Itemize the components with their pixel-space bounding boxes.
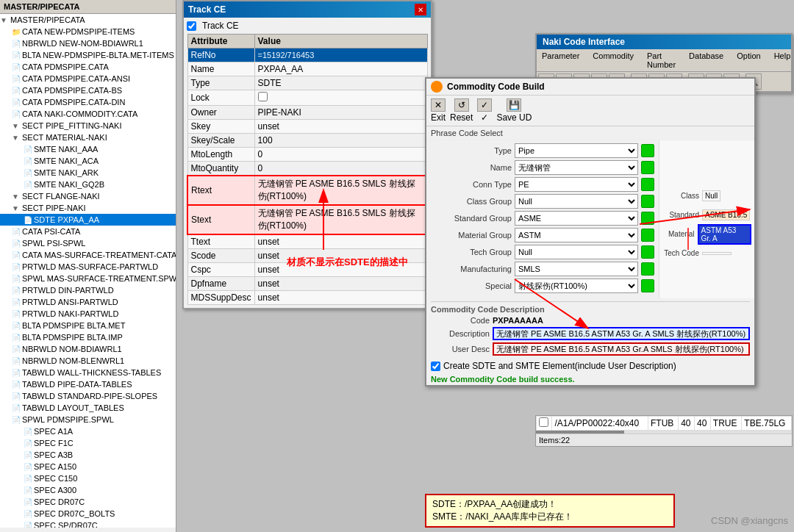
tree-item[interactable]: 📄 TABWLD LAYOUT_TABLES — [0, 402, 176, 414]
commodity-titlebar: Commodity Code Build — [426, 79, 754, 96]
materialgroup-btn[interactable] — [641, 229, 654, 242]
tree-item[interactable]: 📄 CATA PDMSPIPE.CATA-ANSI — [0, 73, 176, 85]
tree-item[interactable]: 📄 BLTA NEW-PDMSPIPE-BLTA.MET-ITEMS — [0, 49, 176, 61]
standard-right-value: ASME B16.5 — [702, 209, 750, 220]
tree-item[interactable]: 📄 SMTE NAKI_ACA — [0, 155, 176, 167]
tree-item[interactable]: 📄 SPEC DR07C — [0, 496, 176, 508]
tree-item[interactable]: 📄 SMTE NAKI_ARK — [0, 167, 176, 179]
type-btn[interactable] — [641, 144, 654, 157]
conntype-select[interactable]: PE — [515, 177, 638, 192]
tree-item[interactable]: 📄 PRTWLD MAS-SURFACE-PARTWLD — [0, 261, 176, 273]
special-btn[interactable] — [641, 279, 654, 292]
material-right-label: Material — [662, 230, 695, 238]
tree-item[interactable]: 📄 CATA PDMSPIPE.CATA-DIN — [0, 96, 176, 108]
exit-button[interactable]: ✕ Exit — [431, 98, 446, 123]
name-btn[interactable] — [641, 161, 654, 174]
track-attr-cell: Type — [187, 76, 254, 90]
row-checkbox[interactable] — [539, 417, 548, 427]
tree-item[interactable]: 📄 SPEC A300 — [0, 484, 176, 496]
description-input[interactable] — [493, 327, 750, 340]
tree-icon: 📄 — [12, 275, 22, 283]
tree-item[interactable]: 📄 SMTE NAKI_AAA — [0, 143, 176, 155]
check-button[interactable]: ✓ ✓ — [477, 98, 492, 123]
tree-icon: 📄 — [24, 522, 34, 528]
tree-item[interactable]: 📄 SMTE NAKI_GQ2B — [0, 179, 176, 190]
track-col-attr: Attribute — [187, 35, 254, 48]
track-lock-checkbox[interactable] — [258, 92, 268, 101]
tree-item[interactable]: 📄 TABWLD STANDARD-PIPE-SLOPES — [0, 390, 176, 402]
tree-item[interactable]: 📄 NBRWLD NOM-BLENWRL1 — [0, 355, 176, 367]
special-select[interactable]: 射线探伤(RT100%) — [515, 278, 638, 293]
tree-item[interactable]: 📄 SPEC DR07C_BOLTS — [0, 508, 176, 520]
tree-item[interactable]: ▼ SECT PIPE-NAKI — [0, 202, 176, 214]
tree-item[interactable]: 📄 SPEC F1C — [0, 437, 176, 449]
classgroup-row: Class Group Null — [431, 194, 654, 209]
manufacturing-select[interactable]: SMLS — [515, 262, 638, 276]
tree-item[interactable]: 📄 SPWL PDMSPIPE.SPWL — [0, 414, 176, 425]
tree-item[interactable]: 📄 PRTWLD NAKI-PARTWLD — [0, 308, 176, 320]
tree-item[interactable]: 📄 SPWL MAS-SURFACE-TREATMENT.SPWL — [0, 273, 176, 284]
tree-item[interactable]: 📄 CATA PDMSPIPE.CATA — [0, 61, 176, 73]
tree-item[interactable]: 📄 SPEC SP/DR07C — [0, 520, 176, 528]
tree-item[interactable]: 📄 PRTWLD DIN-PARTWLD — [0, 284, 176, 296]
table-row: Skeyunset — [187, 120, 427, 134]
tree-item[interactable]: ▼ SECT PIPE_FITTING-NAKI — [0, 120, 176, 132]
name-select[interactable]: 无缝钢管 — [515, 160, 638, 175]
manufacturing-btn[interactable] — [641, 262, 654, 276]
tree-item[interactable]: 📄 CATA NAKI-COMMODITY.CATA — [0, 108, 176, 120]
classgroup-select[interactable]: Null — [515, 194, 638, 209]
techgroup-select[interactable]: Null — [515, 245, 638, 259]
techgroup-btn[interactable] — [641, 245, 654, 259]
standardgroup-btn[interactable] — [641, 212, 654, 225]
track-value-cell: unset — [254, 277, 427, 291]
create-elements-checkbox[interactable] — [431, 362, 440, 371]
track-ce-content: Track CE Attribute Value RefNoNamePXPAA_… — [184, 18, 431, 308]
tree-item[interactable]: ▼ SECT MATERIAL-NAKI — [0, 132, 176, 143]
tree-item[interactable]: 📄 NBRWLD NEW-NOM-BDIAWRL1 — [0, 37, 176, 49]
description-row: Description — [431, 327, 750, 340]
tree-container[interactable]: ▼ MASTER/PIPECATA📁 CATA NEW-PDMSPIPE-ITE… — [0, 14, 176, 528]
materialgroup-select[interactable]: ASTM — [515, 228, 638, 242]
conntype-label: Conn Type — [431, 180, 512, 189]
tree-label: SPWL PDMSPIPE.SPWL — [22, 415, 114, 424]
classgroup-btn[interactable] — [641, 195, 654, 208]
tree-item[interactable]: 📄 PRTWLD ANSI-PARTWLD — [0, 296, 176, 308]
tree-item[interactable]: 📁 CATA NEW-PDMSPIPE-ITEMS — [0, 26, 176, 37]
tree-item[interactable]: ▼ MASTER/PIPECATA — [0, 14, 176, 26]
naki-menu-database[interactable]: Database — [687, 51, 726, 70]
tree-item[interactable]: 📄 BLTA PDMSPIPE BLTA.IMP — [0, 331, 176, 343]
naki-menu-parameter[interactable]: Parameter — [540, 51, 582, 70]
naki-menu-commodity[interactable]: Commodity — [590, 51, 636, 70]
tree-item[interactable]: 📄 SDTE PXPAA_AA — [0, 214, 176, 226]
tree-icon: 📄 — [12, 392, 22, 400]
tree-item[interactable]: 📄 CATA PSI-CATA — [0, 226, 176, 237]
tree-item[interactable]: 📄 SPEC A3B — [0, 449, 176, 461]
track-ce-checkbox[interactable] — [187, 21, 196, 31]
user-desc-input[interactable] — [493, 342, 750, 356]
naki-menu-option[interactable]: Option — [734, 51, 762, 70]
tree-label: CATA PDMSPIPE.CATA — [22, 62, 109, 71]
type-label: Type — [431, 146, 512, 155]
tree-item[interactable]: ▼ SECT FLANGE-NAKI — [0, 190, 176, 202]
tree-item[interactable]: 📄 SPEC A150 — [0, 461, 176, 472]
tree-item[interactable]: 📄 CATA PDMSPIPE.CATA-BS — [0, 85, 176, 96]
track-value-input[interactable] — [258, 51, 424, 60]
type-select[interactable]: Pipe — [515, 143, 638, 158]
tree-item[interactable]: 📄 SPEC C150 — [0, 472, 176, 484]
tree-item[interactable]: 📄 BLTA PDMSPIPE BLTA.MET — [0, 320, 176, 331]
tree-item[interactable]: 📄 TABWLD PIPE-DATA-TABLES — [0, 378, 176, 390]
tree-item[interactable]: 📄 TABWLD WALL-THICKNESS-TABLES — [0, 367, 176, 378]
reset-button[interactable]: ↺ Reset — [450, 98, 473, 123]
naki-menu-help[interactable]: Help — [772, 51, 793, 70]
track-value-cell: unset — [254, 263, 427, 277]
track-ce-close-button[interactable]: ✕ — [415, 4, 426, 15]
standardgroup-select[interactable]: ASME — [515, 211, 638, 226]
conntype-btn[interactable] — [641, 178, 654, 191]
tree-item[interactable]: 📄 SPEC A1A — [0, 425, 176, 437]
naki-menu-partnumber[interactable]: Part Number — [645, 51, 678, 70]
save-ud-button[interactable]: 💾 Save UD — [496, 98, 532, 123]
tree-icon: 📄 — [24, 486, 34, 495]
tree-item[interactable]: 📄 CATA MAS-SURFACE-TREATMENT-CATA — [0, 249, 176, 261]
tree-item[interactable]: 📄 NBRWLD NOM-BDIAWRL1 — [0, 343, 176, 355]
tree-item[interactable]: 📄 SPWL PSI-SPWL — [0, 237, 176, 249]
